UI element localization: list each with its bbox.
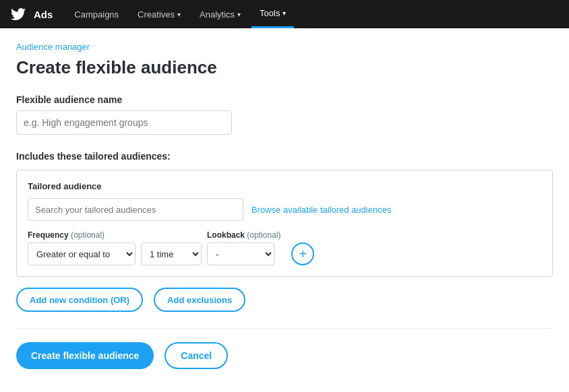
audience-box-title: Tailored audience	[28, 181, 541, 191]
cancel-button[interactable]: Cancel	[164, 342, 228, 369]
tools-chevron-icon: ▾	[282, 9, 286, 17]
audience-box: Tailored audience Browse available tailo…	[16, 170, 553, 277]
footer-row: Create flexible audience Cancel	[16, 342, 553, 369]
nav-campaigns[interactable]: Campaigns	[66, 0, 127, 28]
includes-label: Includes these tailored audiences:	[16, 151, 553, 162]
brand-label: Ads	[34, 9, 53, 20]
search-row: Browse available tailored audiences	[28, 198, 541, 221]
add-condition-button[interactable]: Add new condition (OR)	[16, 288, 143, 312]
page-content: Audience manager Create flexible audienc…	[0, 28, 569, 383]
frequency-row: Frequency (optional) Greater or equal to…	[28, 230, 541, 265]
add-exclusions-button[interactable]: Add exclusions	[154, 288, 245, 312]
nav-tools[interactable]: Tools ▾	[251, 0, 294, 28]
lookback-select[interactable]: - 7 days 14 days 30 days 60 days 90 days…	[207, 242, 274, 265]
create-button[interactable]: Create flexible audience	[16, 342, 154, 369]
frequency-group: Frequency (optional) Greater or equal to…	[28, 230, 136, 265]
tailored-audiences-section: Includes these tailored audiences: Tailo…	[16, 151, 553, 312]
nav-creatives[interactable]: Creatives ▾	[129, 0, 189, 28]
divider	[16, 328, 553, 329]
lookback-group: Lookback (optional) - 7 days 14 days 30 …	[207, 230, 280, 265]
frequency-label: Frequency (optional)	[28, 230, 136, 240]
breadcrumb[interactable]: Audience manager	[16, 42, 553, 52]
condition-row: Add new condition (OR) Add exclusions	[16, 288, 553, 312]
audience-name-input[interactable]	[16, 110, 232, 135]
name-label: Flexible audience name	[16, 94, 553, 105]
creatives-chevron-icon: ▾	[177, 11, 181, 18]
lookback-label: Lookback (optional)	[207, 230, 280, 240]
add-row-button[interactable]: +	[291, 242, 314, 265]
analytics-chevron-icon: ▾	[237, 11, 241, 18]
page-title: Create flexible audience	[16, 57, 553, 78]
frequency-select[interactable]: Greater or equal to Less than Equal to	[28, 242, 136, 265]
twitter-logo	[11, 7, 26, 22]
nav-analytics[interactable]: Analytics ▾	[191, 0, 249, 28]
audience-search-input[interactable]	[28, 198, 243, 221]
name-section: Flexible audience name	[16, 94, 553, 135]
browse-link[interactable]: Browse available tailored audiences	[251, 205, 391, 215]
times-select[interactable]: 1 time 2 times 3 times 5 times 10 times	[141, 242, 202, 265]
nav-bar: Ads Campaigns Creatives ▾ Analytics ▾ To…	[0, 0, 569, 28]
times-group: spacer 1 time 2 times 3 times 5 times 10…	[141, 230, 202, 265]
